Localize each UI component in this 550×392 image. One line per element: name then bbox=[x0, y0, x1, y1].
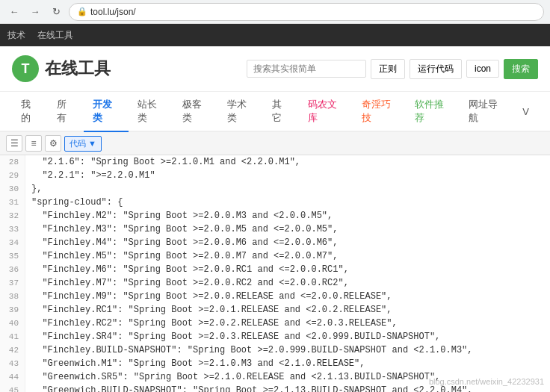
line-number: 44 bbox=[0, 370, 25, 384]
nav-tricks[interactable]: 奇淫巧技 bbox=[353, 92, 407, 132]
main-navigation: 我的 所有 开发类 站长类 极客类 学术类 其它 码农文库 奇淫巧技 软件推荐 … bbox=[0, 92, 550, 132]
search-input[interactable] bbox=[247, 60, 366, 78]
line-content: "spring-cloud": { bbox=[25, 196, 123, 209]
line-number: 38 bbox=[0, 290, 25, 303]
nav-other[interactable]: 其它 bbox=[263, 92, 299, 132]
table-row: 30}, bbox=[0, 182, 550, 196]
url-text: tool.lu/json/ bbox=[90, 7, 136, 17]
nav-v[interactable]: V bbox=[513, 100, 538, 125]
line-number: 36 bbox=[0, 263, 25, 276]
nav-sites[interactable]: 网址导航 bbox=[460, 92, 513, 132]
line-number: 29 bbox=[0, 169, 25, 182]
table-row: 41 "Finchley.SR4": "Spring Boot >=2.0.3.… bbox=[0, 330, 550, 343]
line-content: }, bbox=[25, 182, 42, 196]
line-content: "Finchley.RC1": "Spring Boot >=2.0.1.REL… bbox=[25, 303, 392, 317]
line-content: "Greenwich.M1": "Spring Boot >=2.1.0.M3 … bbox=[25, 357, 365, 370]
line-number: 43 bbox=[0, 357, 25, 370]
line-content: "Finchley.BUILD-SNAPSHOT": "Spring Boot … bbox=[25, 343, 473, 357]
logo-area: T 在线工具 bbox=[12, 55, 111, 82]
format-icon[interactable]: ☰ bbox=[6, 135, 22, 152]
top-nav-tech[interactable]: 技术 bbox=[7, 29, 25, 42]
nav-software[interactable]: 软件推荐 bbox=[406, 92, 460, 132]
forward-button[interactable]: → bbox=[27, 4, 43, 20]
nav-dev[interactable]: 开发类 bbox=[84, 92, 129, 132]
table-row: 37 "Finchley.M7": "Spring Boot >=2.0.0.R… bbox=[0, 276, 550, 290]
back-button[interactable]: ← bbox=[6, 4, 22, 20]
nav-all[interactable]: 所有 bbox=[48, 92, 84, 132]
browser-bar: ← → ↻ 🔒 tool.lu/json/ bbox=[0, 0, 550, 24]
align-icon[interactable]: ≡ bbox=[25, 135, 42, 152]
run-code-button[interactable]: 运行代码 bbox=[410, 59, 462, 79]
line-content: "Finchley.M4": "Spring Boot >=2.0.0.M6 a… bbox=[25, 236, 338, 249]
table-row: 43 "Greenwich.M1": "Spring Boot >=2.1.0.… bbox=[0, 357, 550, 370]
watermark: blog.csdn.net/weixin_42232931 bbox=[429, 377, 544, 386]
line-number: 41 bbox=[0, 330, 25, 343]
line-content: "Finchley.M2": "Spring Boot >=2.0.0.M3 a… bbox=[25, 209, 333, 223]
table-row: 42 "Finchley.BUILD-SNAPSHOT": "Spring Bo… bbox=[0, 343, 550, 357]
line-content: "Finchley.M9": "Spring Boot >=2.0.0.RELE… bbox=[25, 290, 392, 303]
line-content: "2.2.1": ">=2.2.0.M1" bbox=[25, 169, 155, 182]
refresh-button[interactable]: ↻ bbox=[48, 4, 64, 20]
line-content: "Finchley.SR4": "Spring Boot >=2.0.3.REL… bbox=[25, 330, 440, 343]
line-number: 28 bbox=[0, 155, 25, 169]
table-row: 39 "Finchley.RC1": "Spring Boot >=2.0.1.… bbox=[0, 303, 550, 317]
line-number: 31 bbox=[0, 196, 25, 209]
lock-icon: 🔒 bbox=[77, 7, 87, 16]
line-content: "2.1.6": "Spring Boot >=2.1.0.M1 and <2.… bbox=[25, 155, 300, 169]
line-content: "Finchley.M7": "Spring Boot >=2.0.0.RC2 … bbox=[25, 276, 349, 290]
line-number: 39 bbox=[0, 303, 25, 317]
toolbar: ☰ ≡ ⚙ 代码 ▼ bbox=[0, 132, 550, 155]
search-button[interactable]: 搜索 bbox=[504, 59, 538, 79]
logo-letter: T bbox=[22, 61, 30, 77]
table-row: 32 "Finchley.M2": "Spring Boot >=2.0.0.M… bbox=[0, 209, 550, 223]
header-search: 正则 运行代码 icon 搜索 bbox=[247, 59, 538, 79]
settings-icon[interactable]: ⚙ bbox=[45, 135, 61, 152]
logo-text: 在线工具 bbox=[45, 57, 111, 80]
line-content: "Greenwich.SR5": "Spring Boot >=2.1.0.RE… bbox=[25, 370, 440, 384]
top-navigation: 技术 在线工具 bbox=[0, 24, 550, 46]
line-number: 42 bbox=[0, 343, 25, 357]
line-content: "Finchley.M3": "Spring Boot >=2.0.0.M5 a… bbox=[25, 223, 338, 236]
table-row: 35 "Finchley.M5": "Spring Boot >=2.0.0.M… bbox=[0, 249, 550, 263]
code-viewer[interactable]: 28 "2.1.6": "Spring Boot >=2.1.0.M1 and … bbox=[0, 155, 550, 392]
line-number: 35 bbox=[0, 249, 25, 263]
line-number: 45 bbox=[0, 384, 25, 392]
table-row: 40 "Finchley.RC2": "Spring Boot >=2.0.2.… bbox=[0, 317, 550, 330]
table-row: 38 "Finchley.M9": "Spring Boot >=2.0.0.R… bbox=[0, 290, 550, 303]
line-content: "Finchley.M5": "Spring Boot >=2.0.0.M7 a… bbox=[25, 249, 338, 263]
top-nav-tools[interactable]: 在线工具 bbox=[37, 29, 73, 42]
nav-academic[interactable]: 学术类 bbox=[218, 92, 263, 132]
line-content: "Finchley.RC2": "Spring Boot >=2.0.2.REL… bbox=[25, 317, 398, 330]
line-number: 33 bbox=[0, 223, 25, 236]
table-row: 28 "2.1.6": "Spring Boot >=2.1.0.M1 and … bbox=[0, 155, 550, 169]
code-button[interactable]: 代码 ▼ bbox=[64, 136, 102, 152]
nav-library[interactable]: 码农文库 bbox=[299, 92, 353, 132]
address-bar[interactable]: 🔒 tool.lu/json/ bbox=[69, 3, 544, 21]
nav-webmaster[interactable]: 站长类 bbox=[129, 92, 173, 132]
nav-mine[interactable]: 我的 bbox=[12, 92, 48, 132]
table-row: 34 "Finchley.M4": "Spring Boot >=2.0.0.M… bbox=[0, 236, 550, 249]
icon-button[interactable]: icon bbox=[466, 60, 499, 78]
line-number: 34 bbox=[0, 236, 25, 249]
table-row: 31"spring-cloud": { bbox=[0, 196, 550, 209]
logo-circle: T bbox=[12, 55, 39, 82]
line-content: "Finchley.M6": "Spring Boot >=2.0.0.RC1 … bbox=[25, 263, 349, 276]
line-number: 40 bbox=[0, 317, 25, 330]
line-number: 37 bbox=[0, 276, 25, 290]
line-number: 32 bbox=[0, 209, 25, 223]
header: T 在线工具 正则 运行代码 icon 搜索 bbox=[0, 46, 550, 92]
table-row: 36 "Finchley.M6": "Spring Boot >=2.0.0.R… bbox=[0, 263, 550, 276]
line-number: 30 bbox=[0, 182, 25, 196]
nav-geek[interactable]: 极客类 bbox=[173, 92, 218, 132]
table-row: 33 "Finchley.M3": "Spring Boot >=2.0.0.M… bbox=[0, 223, 550, 236]
table-row: 29 "2.2.1": ">=2.2.0.M1" bbox=[0, 169, 550, 182]
line-content: "Greenwich.BUILD-SNAPSHOT": "Spring Boot… bbox=[25, 384, 473, 392]
regex-button[interactable]: 正则 bbox=[371, 59, 405, 79]
